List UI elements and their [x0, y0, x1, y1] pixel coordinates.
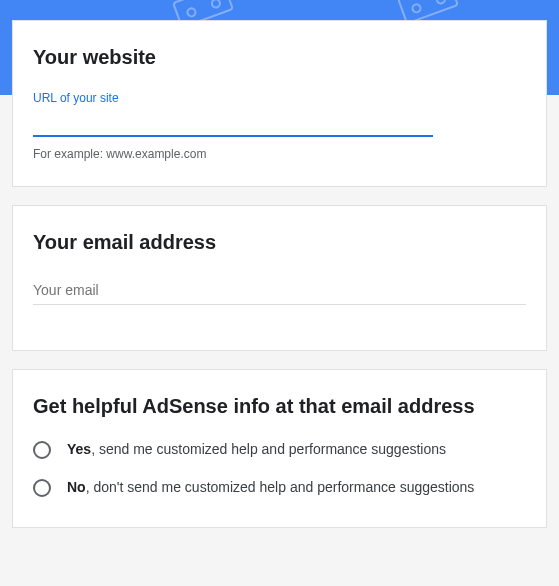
- consent-radio-group: Yes, send me customized help and perform…: [33, 440, 526, 497]
- consent-card: Get helpful AdSense info at that email a…: [12, 369, 547, 528]
- email-title: Your email address: [33, 231, 526, 254]
- url-input[interactable]: [33, 109, 433, 137]
- url-field-label: URL of your site: [33, 91, 526, 105]
- url-helper-text: For example: www.example.com: [33, 147, 526, 161]
- radio-icon: [33, 479, 51, 497]
- consent-radio-no[interactable]: No, don't send me customized help and pe…: [33, 478, 526, 498]
- consent-yes-label: Yes, send me customized help and perform…: [67, 440, 446, 460]
- website-title: Your website: [33, 46, 526, 69]
- consent-title: Get helpful AdSense info at that email a…: [33, 395, 526, 418]
- website-card: Your website URL of your site For exampl…: [12, 20, 547, 187]
- email-input[interactable]: [33, 276, 526, 305]
- consent-no-label: No, don't send me customized help and pe…: [67, 478, 474, 498]
- consent-radio-yes[interactable]: Yes, send me customized help and perform…: [33, 440, 526, 460]
- radio-icon: [33, 441, 51, 459]
- email-card: Your email address: [12, 205, 547, 351]
